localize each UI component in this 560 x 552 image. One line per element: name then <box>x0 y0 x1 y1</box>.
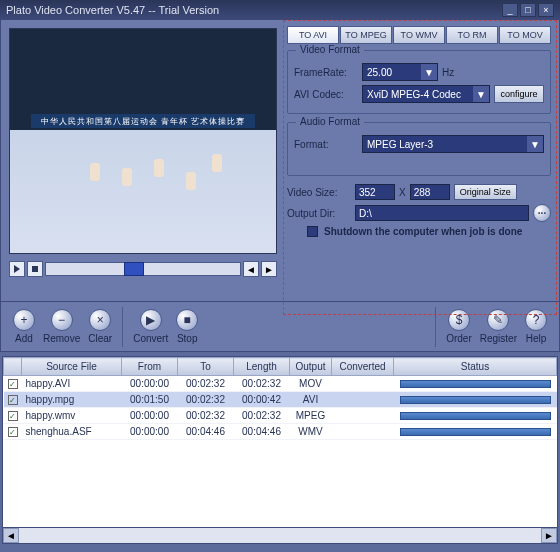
video-format-group: Video Format FrameRate: 25.00 ▼ Hz AVI C… <box>287 50 551 114</box>
window-controls: _ □ × <box>502 3 554 17</box>
scroll-track[interactable] <box>19 528 541 543</box>
cell-status <box>394 408 557 424</box>
x-icon: × <box>89 309 111 331</box>
progress-bar <box>400 428 551 436</box>
tab-to-mov[interactable]: TO MOV <box>499 26 551 44</box>
stop-playback-button[interactable] <box>27 261 43 277</box>
shutdown-label: Shutdown the computer when job is done <box>324 226 522 237</box>
stop-button[interactable]: ■Stop <box>176 309 198 344</box>
settings-panel: TO AVI TO MPEG TO WMV TO RM TO MOV Video… <box>285 20 559 301</box>
tab-to-avi[interactable]: TO AVI <box>287 26 339 44</box>
video-width-input[interactable]: 352 <box>355 184 395 200</box>
shutdown-checkbox[interactable] <box>307 226 318 237</box>
col-check[interactable] <box>4 358 22 376</box>
progress-bar <box>400 396 551 404</box>
convert-button[interactable]: ▶Convert <box>133 309 168 344</box>
scroll-left-icon[interactable]: ◄ <box>3 528 19 543</box>
progress-bar <box>400 412 551 420</box>
cell-length: 00:02:32 <box>234 408 290 424</box>
play-button[interactable] <box>9 261 25 277</box>
video-size-row: Video Size: 352 X 288 Original Size <box>287 184 551 200</box>
table-row[interactable]: ✓shenghua.ASF00:00:0000:04:4600:04:46WMV <box>4 424 557 440</box>
preview-figure <box>122 168 132 186</box>
col-converted[interactable]: Converted <box>332 358 394 376</box>
original-size-button[interactable]: Original Size <box>454 184 517 200</box>
tab-to-wmv[interactable]: TO WMV <box>393 26 445 44</box>
cell-length: 00:00:42 <box>234 392 290 408</box>
multiply-label: X <box>399 187 406 198</box>
video-height-input[interactable]: 288 <box>410 184 450 200</box>
cell-to: 00:02:32 <box>178 408 234 424</box>
seek-thumb[interactable] <box>124 262 144 276</box>
seek-slider[interactable] <box>45 262 241 276</box>
preview-column: 中华人民共和国第八届运动会 青年杯 艺术体操比赛 ◄ ► <box>1 20 285 301</box>
cell-from: 00:00:00 <box>122 424 178 440</box>
cell-to: 00:02:32 <box>178 376 234 392</box>
audio-format-value: MPEG Layer-3 <box>367 139 433 150</box>
horizontal-scrollbar[interactable]: ◄ ► <box>2 528 558 544</box>
cell-from: 00:01:50 <box>122 392 178 408</box>
cell-output: WMV <box>290 424 332 440</box>
seek-back-button[interactable]: ◄ <box>243 261 259 277</box>
col-from[interactable]: From <box>122 358 178 376</box>
scroll-right-icon[interactable]: ► <box>541 528 557 543</box>
toolbar-divider <box>122 307 123 347</box>
cell-length: 00:04:46 <box>234 424 290 440</box>
play-icon: ▶ <box>140 309 162 331</box>
audio-format-select[interactable]: MPEG Layer-3 ▼ <box>362 135 544 153</box>
cell-output: MPEG <box>290 408 332 424</box>
table-header-row: Source File From To Length Output Conver… <box>4 358 557 376</box>
framerate-select[interactable]: 25.00 ▼ <box>362 63 438 81</box>
help-button[interactable]: ?Help <box>525 309 547 344</box>
close-button[interactable]: × <box>538 3 554 17</box>
maximize-button[interactable]: □ <box>520 3 536 17</box>
add-button[interactable]: +Add <box>13 309 35 344</box>
help-icon: ? <box>525 309 547 331</box>
chevron-down-icon: ▼ <box>527 136 543 152</box>
codec-select[interactable]: XviD MPEG-4 Codec ▼ <box>362 85 490 103</box>
row-checkbox[interactable]: ✓ <box>8 395 18 405</box>
seek-forward-button[interactable]: ► <box>261 261 277 277</box>
audio-format-label: Format: <box>294 139 358 150</box>
order-button[interactable]: $Order <box>446 309 472 344</box>
row-checkbox[interactable]: ✓ <box>8 379 18 389</box>
svg-marker-0 <box>14 265 20 273</box>
cell-source: shenghua.ASF <box>22 424 122 440</box>
col-to[interactable]: To <box>178 358 234 376</box>
codec-value: XviD MPEG-4 Codec <box>367 89 461 100</box>
table-row[interactable]: ✓happy.AVI00:00:0000:02:3200:02:32MOV <box>4 376 557 392</box>
framerate-unit: Hz <box>442 67 454 78</box>
output-dir-input[interactable]: D:\ <box>355 205 529 221</box>
tab-to-rm[interactable]: TO RM <box>446 26 498 44</box>
key-icon: ✎ <box>487 309 509 331</box>
configure-button[interactable]: configure <box>494 85 544 103</box>
cell-to: 00:04:46 <box>178 424 234 440</box>
table-row[interactable]: ✓happy.mpg00:01:5000:02:3200:00:42AVI <box>4 392 557 408</box>
row-checkbox[interactable]: ✓ <box>8 411 18 421</box>
clear-button[interactable]: ×Clear <box>88 309 112 344</box>
tab-to-mpeg[interactable]: TO MPEG <box>340 26 392 44</box>
format-tabs: TO AVI TO MPEG TO WMV TO RM TO MOV <box>287 26 551 44</box>
cell-to: 00:02:32 <box>178 392 234 408</box>
title-bar: Plato Video Converter V5.47 -- Trial Ver… <box>0 0 560 20</box>
framerate-value: 25.00 <box>367 67 392 78</box>
row-checkbox[interactable]: ✓ <box>8 427 18 437</box>
cell-converted <box>332 392 394 408</box>
preview-figure <box>154 159 164 177</box>
window-title: Plato Video Converter V5.47 -- Trial Ver… <box>6 4 219 16</box>
col-output[interactable]: Output <box>290 358 332 376</box>
browse-output-button[interactable]: ··· <box>533 204 551 222</box>
col-length[interactable]: Length <box>234 358 290 376</box>
framerate-label: FrameRate: <box>294 67 358 78</box>
col-source[interactable]: Source File <box>22 358 122 376</box>
main-toolbar: +Add −Remove ×Clear ▶Convert ■Stop $Orde… <box>0 302 560 352</box>
output-dir-label: Output Dir: <box>287 208 351 219</box>
remove-button[interactable]: −Remove <box>43 309 80 344</box>
table-row[interactable]: ✓happy.wmv00:00:0000:02:3200:02:32MPEG <box>4 408 557 424</box>
minimize-button[interactable]: _ <box>502 3 518 17</box>
register-button[interactable]: ✎Register <box>480 309 517 344</box>
col-status[interactable]: Status <box>394 358 557 376</box>
cell-output: MOV <box>290 376 332 392</box>
cell-output: AVI <box>290 392 332 408</box>
cell-from: 00:00:00 <box>122 376 178 392</box>
